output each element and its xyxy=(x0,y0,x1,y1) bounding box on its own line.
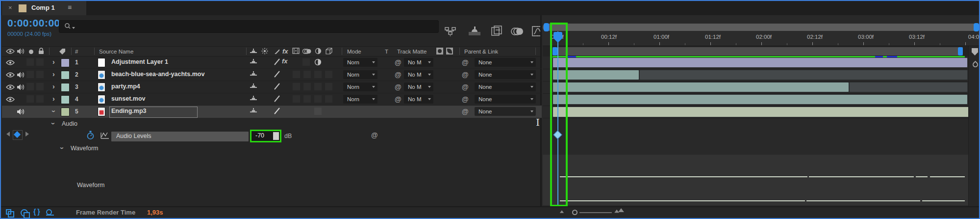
track-matte-column-header[interactable]: Track Matte xyxy=(397,49,427,55)
fx-column-icon[interactable]: fx xyxy=(282,48,288,55)
current-time-display[interactable]: 0:00:00:00 xyxy=(7,17,60,29)
audio-levels-label[interactable]: Audio Levels xyxy=(116,133,151,139)
mode-column-header[interactable]: Mode xyxy=(347,49,361,55)
adjustment-layer-column-icon[interactable] xyxy=(315,48,322,55)
alpha-matte-icon[interactable] xyxy=(436,48,443,55)
mode-dropdown[interactable]: Norn xyxy=(343,58,377,67)
source-name-column-header[interactable]: Source Name xyxy=(99,49,133,55)
track-matte-dropdown[interactable]: No M xyxy=(404,95,433,104)
timeline-zoom-track[interactable] xyxy=(579,212,612,213)
previous-keyframe-icon[interactable] xyxy=(6,132,10,137)
expand-chevron-icon[interactable]: › xyxy=(52,58,55,66)
keyframe-diamond-icon[interactable] xyxy=(14,131,21,138)
lock-column-icon[interactable] xyxy=(38,48,44,55)
timeline-zoom-knob[interactable] xyxy=(572,210,578,215)
eye-toggle[interactable] xyxy=(6,84,15,90)
track-matte-pickwhip-icon[interactable]: @ xyxy=(395,71,402,79)
layer-name[interactable]: sunset.mov xyxy=(111,95,145,102)
parent-dropdown[interactable]: None xyxy=(475,70,536,79)
audio-levels-value[interactable]: -70 xyxy=(255,132,264,139)
layer-row-1[interactable]: › 1 Adjustment Layer 1 fx Norn @ No M @ … xyxy=(1,56,980,69)
luma-matte-icon[interactable] xyxy=(446,48,453,55)
motion-blur-icon[interactable] xyxy=(511,27,525,36)
parent-link-column-header[interactable]: Parent & Link xyxy=(464,49,498,55)
work-area-end-handle[interactable] xyxy=(958,47,963,55)
quality-toggle[interactable] xyxy=(274,70,280,78)
search-input[interactable] xyxy=(59,20,439,33)
label-color-swatch[interactable] xyxy=(61,58,70,67)
solo-column-icon[interactable] xyxy=(29,50,33,54)
navigator-start-handle[interactable] xyxy=(544,23,549,31)
navigator-end-handle[interactable] xyxy=(974,23,979,31)
collapse-chevron-icon[interactable]: › xyxy=(50,110,58,112)
quality-toggle[interactable] xyxy=(274,95,280,103)
label-column-icon[interactable] xyxy=(59,48,66,55)
parent-pickwhip-icon[interactable]: @ xyxy=(462,71,469,79)
work-area-bar[interactable] xyxy=(553,47,963,55)
track-matte-pickwhip-icon[interactable]: @ xyxy=(395,83,402,91)
audio-levels-value-box-annotated[interactable]: -70 xyxy=(250,130,281,142)
collapse-transformations-column-icon[interactable] xyxy=(261,48,268,55)
3d-layer-column-icon[interactable] xyxy=(326,48,332,55)
frame-blending-icon[interactable] xyxy=(491,26,503,36)
audio-toggle[interactable] xyxy=(17,109,25,115)
track-matte-dropdown[interactable]: No M xyxy=(404,82,433,91)
parent-pickwhip-icon[interactable]: @ xyxy=(462,58,469,66)
zoom-out-mountain-icon[interactable] xyxy=(560,210,564,213)
track-matte-dropdown[interactable]: No M xyxy=(404,58,433,67)
track-matte-pickwhip-icon[interactable]: @ xyxy=(395,95,402,103)
expand-chevron-icon[interactable]: › xyxy=(52,82,55,90)
parent-pickwhip-icon[interactable]: @ xyxy=(462,108,469,115)
parent-pickwhip-icon[interactable]: @ xyxy=(462,83,469,91)
eye-toggle[interactable] xyxy=(6,72,15,78)
shy-column-icon[interactable] xyxy=(250,48,257,55)
t-column-header[interactable]: T xyxy=(385,49,388,55)
waveform-group-label[interactable]: Waveform xyxy=(71,145,99,152)
expand-chevron-icon[interactable]: › xyxy=(52,95,55,103)
fx-toggle[interactable]: fx xyxy=(282,57,288,65)
hide-shy-layers-icon[interactable] xyxy=(468,26,481,36)
mode-dropdown[interactable]: Norn xyxy=(343,82,377,91)
tab-title[interactable]: Comp 1 xyxy=(31,4,55,11)
track-matte-dropdown[interactable]: No M xyxy=(404,70,433,79)
parent-dropdown[interactable]: None xyxy=(475,82,536,91)
quality-toggle[interactable] xyxy=(274,107,280,115)
audio-toggle[interactable] xyxy=(17,84,25,90)
transfer-controls-icon[interactable] xyxy=(21,209,28,217)
snail-icon[interactable] xyxy=(46,209,52,215)
comp-mini-flowchart-icon[interactable] xyxy=(445,27,457,36)
eye-toggle[interactable] xyxy=(6,60,15,65)
layer-row-2[interactable]: › 2 beach-blue-sea-and-yachts.mov Norn @… xyxy=(1,69,980,81)
parent-dropdown[interactable]: None xyxy=(475,95,536,104)
panel-menu-icon[interactable]: ≡ xyxy=(68,3,71,11)
layer-row-4[interactable]: › 4 sunset.mov Norn @ No M @ None xyxy=(1,93,980,106)
layer-name[interactable]: beach-blue-sea-and-yachts.mov xyxy=(111,71,204,78)
next-keyframe-icon[interactable] xyxy=(25,132,29,137)
layer-name[interactable]: party.mp4 xyxy=(111,83,140,90)
audio-group-label[interactable]: Audio xyxy=(62,120,77,127)
frame-blend-column-icon[interactable] xyxy=(292,48,300,54)
shy-toggle[interactable] xyxy=(250,83,257,89)
waveform-group-chevron-icon[interactable]: › xyxy=(58,147,66,149)
quality-column-icon[interactable] xyxy=(274,48,280,55)
quality-toggle[interactable] xyxy=(274,82,280,90)
adjustment-layer-toggle[interactable] xyxy=(314,58,322,66)
number-column-header[interactable]: # xyxy=(75,49,78,55)
keyframe-toggle-box[interactable] xyxy=(13,130,23,140)
expand-chevron-icon[interactable]: › xyxy=(52,70,55,78)
track-matte-pickwhip-icon[interactable]: @ xyxy=(395,58,402,66)
quality-toggle[interactable] xyxy=(274,58,280,66)
layer-row-3[interactable]: › 3 party.mp4 Norn @ No M @ None xyxy=(1,81,980,93)
layer-row-5-selected[interactable]: › 5 Ending.mp3 @ None xyxy=(1,106,980,118)
close-icon[interactable]: × xyxy=(8,4,12,11)
parent-dropdown[interactable]: None xyxy=(475,58,536,67)
time-navigator-bar[interactable] xyxy=(543,24,980,31)
audio-group-chevron-icon[interactable]: › xyxy=(50,122,57,125)
label-color-swatch[interactable] xyxy=(61,95,70,104)
in-out-panes-icon[interactable]: { } xyxy=(33,208,40,216)
expand-layer-switches-icon[interactable] xyxy=(6,209,11,215)
zoom-in-mountain-icon[interactable] xyxy=(618,208,624,212)
shy-toggle[interactable] xyxy=(250,71,257,77)
expression-graph-icon[interactable] xyxy=(101,132,109,139)
audio-column-icon[interactable] xyxy=(17,48,25,55)
